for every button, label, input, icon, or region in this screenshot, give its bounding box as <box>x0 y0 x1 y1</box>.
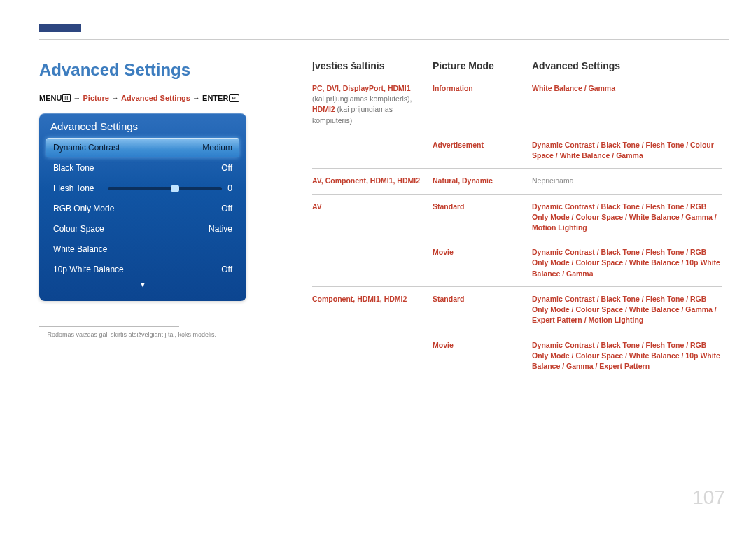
breadcrumb: MENUⅢ → Picture → Advanced Settings → EN… <box>39 94 277 102</box>
panel-row[interactable]: 10p White BalanceOff <box>46 260 239 279</box>
cell-mode: Information <box>433 83 524 126</box>
table-row: AdvertisementDynamic Contrast / Black To… <box>312 133 722 169</box>
cell-source: Component, HDMI1, HDMI2 <box>312 294 424 326</box>
panel-row[interactable]: Black ToneOff <box>46 158 239 178</box>
footnote: ― Rodomas vaizdas gali skirtis atsižvelg… <box>39 331 277 338</box>
panel-row[interactable]: RGB Only ModeOff <box>46 199 239 218</box>
table-header: Įvesties šaltinis Picture Mode Advanced … <box>312 60 722 76</box>
panel-row-label: Dynamic Contrast <box>53 143 120 153</box>
cell-settings: Dynamic Contrast / Black Tone / Flesh To… <box>532 340 722 372</box>
panel-row-value: Medium <box>202 143 232 153</box>
panel-row-value: Off <box>221 204 232 213</box>
cell-settings: Neprieinama <box>532 176 722 186</box>
panel-row-label: Black Tone <box>53 163 94 173</box>
settings-panel: Advanced Settings Dynamic ContrastMedium… <box>39 113 246 301</box>
breadcrumb-advanced: Advanced Settings <box>121 94 190 102</box>
col-header-source: Įvesties šaltinis <box>312 60 424 71</box>
cell-mode: Standard <box>433 202 524 234</box>
header-rule <box>39 39 729 40</box>
cell-settings: Dynamic Contrast / Black Tone / Flesh To… <box>532 294 722 326</box>
cell-source <box>312 340 424 372</box>
table-row: Component, HDMI1, HDMI2StandardDynamic C… <box>312 287 722 333</box>
table-body: PC, DVI, DisplayPort, HDMI1 (kai prijung… <box>312 76 722 379</box>
panel-row-label: Colour Space <box>53 224 104 234</box>
table-row: PC, DVI, DisplayPort, HDMI1 (kai prijung… <box>312 76 722 133</box>
col-header-settings: Advanced Settings <box>532 60 722 71</box>
cell-mode: Natural, Dynamic <box>433 176 524 186</box>
panel-row[interactable]: Dynamic ContrastMedium <box>46 138 239 157</box>
cell-mode: Advertisement <box>433 140 524 161</box>
cell-mode: Movie <box>433 340 524 372</box>
panel-row[interactable]: Colour SpaceNative <box>46 219 239 239</box>
arrow-icon: → <box>111 94 121 102</box>
breadcrumb-picture: Picture <box>83 94 109 102</box>
cell-settings: Dynamic Contrast / Black Tone / Flesh To… <box>532 247 722 279</box>
panel-row-label: RGB Only Mode <box>53 204 114 213</box>
arrow-icon: → <box>73 94 83 102</box>
table-row: AVStandardDynamic Contrast / Black Tone … <box>312 195 722 241</box>
cell-mode: Movie <box>433 247 524 279</box>
panel-row-value: Native <box>209 224 232 234</box>
panel-row-value: Off <box>221 265 232 274</box>
cell-settings: Dynamic Contrast / Black Tone / Flesh To… <box>532 140 722 161</box>
scroll-down-icon[interactable]: ▼ <box>46 281 239 288</box>
cell-mode: Standard <box>433 294 524 326</box>
left-column: Advanced Settings MENUⅢ → Picture → Adva… <box>39 60 277 379</box>
menu-icon: Ⅲ <box>62 94 71 102</box>
cell-source <box>312 247 424 279</box>
breadcrumb-enter: ENTER <box>202 94 228 102</box>
arrow-icon: → <box>192 94 202 102</box>
header-tab <box>39 24 81 32</box>
panel-row[interactable]: White Balance <box>46 239 239 259</box>
panel-row-label: 10p White Balance <box>53 265 124 274</box>
cell-settings: Dynamic Contrast / Black Tone / Flesh To… <box>532 202 722 234</box>
panel-row-label: White Balance <box>53 244 107 254</box>
page-heading: Advanced Settings <box>39 60 277 80</box>
breadcrumb-menu: MENU <box>39 94 62 102</box>
panel-title: Advanced Settings <box>46 120 239 138</box>
cell-source: PC, DVI, DisplayPort, HDMI1 (kai prijung… <box>312 83 424 126</box>
cell-settings: White Balance / Gamma <box>532 83 722 126</box>
cell-source: AV <box>312 202 424 234</box>
table-row: AV, Component, HDMI1, HDMI2Natural, Dyna… <box>312 169 722 194</box>
footnote-rule <box>39 326 179 327</box>
cell-source <box>312 140 424 161</box>
panel-row-value: 0 <box>227 183 232 193</box>
table-row: MovieDynamic Contrast / Black Tone / Fle… <box>312 333 722 380</box>
content: Advanced Settings MENUⅢ → Picture → Adva… <box>39 60 722 379</box>
cell-source: AV, Component, HDMI1, HDMI2 <box>312 176 424 186</box>
right-column: Įvesties šaltinis Picture Mode Advanced … <box>312 60 722 379</box>
page-number: 107 <box>692 486 725 509</box>
panel-row[interactable]: Flesh Tone0 <box>46 178 239 198</box>
slider-knob[interactable] <box>171 185 179 192</box>
panel-row-label: Flesh Tone <box>53 183 94 193</box>
slider[interactable] <box>108 187 222 190</box>
table-row: MovieDynamic Contrast / Black Tone / Fle… <box>312 240 722 287</box>
enter-icon: ↵ <box>229 94 239 102</box>
panel-row-value: Off <box>221 163 232 173</box>
col-header-mode: Picture Mode <box>433 60 524 71</box>
